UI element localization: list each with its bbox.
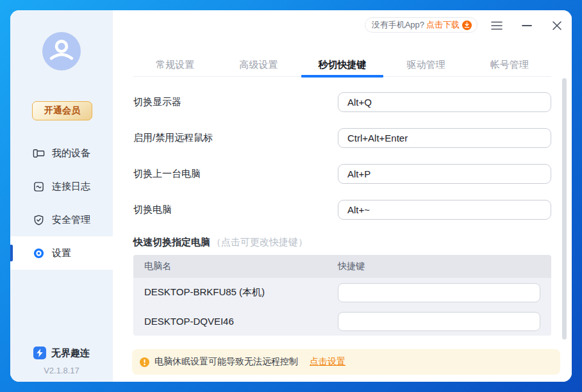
avatar[interactable] bbox=[42, 32, 81, 70]
hotkey-input-remote-mouse[interactable] bbox=[338, 128, 551, 148]
computer-hotkey-table: 电脑名 快捷键 DESKTOP-BRKFU85 (本机) DESKTOP-DQV… bbox=[133, 255, 551, 336]
scrollbar-thumb[interactable] bbox=[562, 78, 567, 339]
window-controls bbox=[490, 19, 563, 32]
hotkey-row-switch-display: 切换显示器 bbox=[133, 92, 551, 112]
app-version: V2.1.8.17 bbox=[10, 366, 113, 375]
hotkey-cell bbox=[338, 312, 551, 331]
hotkey-label: 切换上一台电脑 bbox=[133, 164, 201, 184]
sidebar-item-label: 我的设备 bbox=[52, 147, 90, 159]
shield-check-icon bbox=[33, 214, 45, 226]
table-row: DESKTOP-DQVEI46 bbox=[133, 307, 551, 336]
brand-name: 无界趣连 bbox=[51, 347, 90, 359]
sidebar-item-my-devices[interactable]: 我的设备 bbox=[10, 136, 113, 170]
hotkey-row-switch-computer: 切换电脑 bbox=[133, 200, 551, 220]
hotkey-label: 切换显示器 bbox=[133, 92, 181, 112]
column-header-hotkey: 快捷键 bbox=[338, 261, 551, 272]
computer-name: DESKTOP-BRKFU85 (本机) bbox=[133, 286, 338, 298]
sidebar-item-settings[interactable]: 设置 bbox=[10, 236, 113, 270]
app-frame: 开通会员 我的设备 bbox=[0, 0, 582, 392]
hotkey-row-remote-mouse: 启用/禁用远程鼠标 bbox=[133, 128, 551, 148]
app-window: 开通会员 我的设备 bbox=[10, 10, 572, 382]
sidebar-item-connection-log[interactable]: 连接日志 bbox=[10, 170, 113, 203]
settings-icon bbox=[33, 247, 45, 259]
sleep-warning-banner: 电脑休眠设置可能导致无法远程控制 点击设置 bbox=[132, 349, 560, 375]
table-header: 电脑名 快捷键 bbox=[133, 255, 551, 278]
devices-icon bbox=[33, 147, 45, 159]
tab-quick-switch-hotkeys[interactable]: 秒切快捷键 bbox=[301, 55, 384, 76]
sidebar-item-label: 设置 bbox=[52, 247, 71, 259]
computer-hotkey-input-1[interactable] bbox=[338, 312, 540, 331]
hotkey-input-previous-computer[interactable] bbox=[338, 164, 551, 184]
sidebar: 开通会员 我的设备 bbox=[10, 10, 113, 382]
sidebar-item-label: 连接日志 bbox=[52, 181, 90, 193]
table-row: DESKTOP-BRKFU85 (本机) bbox=[133, 278, 551, 307]
settings-tabs: 常规设置 高级设置 秒切快捷键 驱动管理 帐号管理 bbox=[133, 55, 551, 77]
column-header-computer-name: 电脑名 bbox=[133, 261, 338, 272]
warning-settings-link[interactable]: 点击设置 bbox=[310, 356, 345, 368]
tab-account-management[interactable]: 帐号管理 bbox=[468, 55, 551, 76]
hotkey-input-switch-computer[interactable] bbox=[338, 200, 551, 220]
warning-icon bbox=[140, 357, 149, 367]
tab-advanced-settings[interactable]: 高级设置 bbox=[217, 55, 300, 76]
sidebar-item-label: 安全管理 bbox=[52, 214, 90, 226]
quick-switch-section-header: 快速切换指定电脑 （点击可更改快捷键） bbox=[133, 236, 308, 249]
hotkey-label: 切换电脑 bbox=[133, 200, 172, 220]
computer-name: DESKTOP-DQVEI46 bbox=[133, 316, 338, 327]
vip-upgrade-button[interactable]: 开通会员 bbox=[32, 101, 92, 120]
hotkey-cell bbox=[338, 283, 551, 302]
main-panel: 没有手机App? 点击下载 bbox=[113, 10, 572, 382]
hotkey-input-switch-display[interactable] bbox=[338, 92, 551, 112]
sidebar-item-security[interactable]: 安全管理 bbox=[10, 203, 113, 236]
close-icon[interactable] bbox=[551, 19, 563, 32]
tab-driver-management[interactable]: 驱动管理 bbox=[384, 55, 467, 76]
mobile-app-promo[interactable]: 没有手机App? 点击下载 bbox=[365, 17, 478, 33]
bolt-logo-icon bbox=[33, 347, 46, 359]
hamburger-menu-icon[interactable] bbox=[490, 19, 503, 32]
brand: 无界趣连 bbox=[10, 347, 113, 359]
warning-text: 电脑休眠设置可能导致无法远程控制 bbox=[154, 356, 298, 368]
minimize-icon[interactable] bbox=[520, 19, 533, 32]
log-icon bbox=[33, 181, 45, 193]
download-icon bbox=[462, 20, 472, 30]
hotkey-row-previous-computer: 切换上一台电脑 bbox=[133, 164, 551, 184]
section-hint: （点击可更改快捷键） bbox=[212, 236, 308, 249]
sidebar-menu: 我的设备 连接日志 bbox=[10, 136, 113, 270]
promo-download-link[interactable]: 点击下载 bbox=[426, 19, 460, 31]
user-icon bbox=[42, 31, 81, 72]
promo-question: 没有手机App? bbox=[372, 19, 424, 31]
hotkey-label: 启用/禁用远程鼠标 bbox=[133, 128, 213, 148]
section-title: 快速切换指定电脑 bbox=[133, 236, 210, 249]
computer-hotkey-input-0[interactable] bbox=[338, 283, 540, 302]
tab-general-settings[interactable]: 常规设置 bbox=[133, 55, 217, 76]
